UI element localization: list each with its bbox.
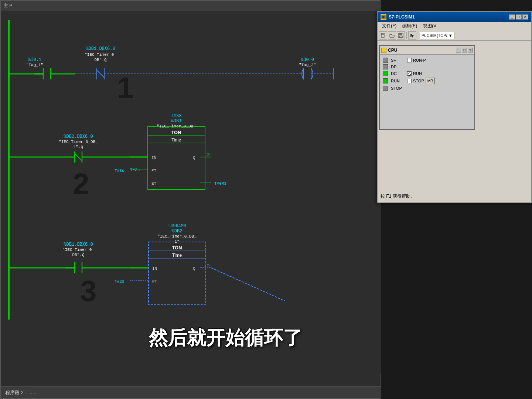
svg-text:%DB1.DBX6.0: %DB1.DBX6.0 [86, 46, 115, 51]
plcsim-restore-button[interactable]: □ [516, 14, 522, 20]
svg-line-27 [75, 153, 82, 161]
svg-text:DB".Q: DB".Q [94, 58, 106, 62]
led-sf-label: SF [391, 58, 404, 62]
svg-text:IN: IN [152, 266, 157, 271]
led-dp [383, 64, 388, 69]
led-stop-label: STOP [391, 86, 404, 91]
svg-text:PT: PT [152, 279, 157, 284]
svg-text:"IEC_Timer_0_DB_: "IEC_Timer_0_DB_ [59, 140, 98, 144]
bottom-bar-segment-label: 程序段 2： [5, 389, 28, 396]
svg-rect-82 [382, 16, 385, 18]
svg-text:"IEC_Timer_0_: "IEC_Timer_0_ [62, 248, 94, 252]
menu-view[interactable]: 视图(V [420, 23, 439, 29]
plcsim-minimize-button[interactable]: _ [509, 14, 515, 20]
led-run [383, 78, 388, 83]
svg-text:"Tag_1": "Tag_1" [26, 63, 43, 67]
led-stop [383, 86, 388, 91]
plcsim-close-button[interactable]: ✕ [522, 14, 528, 20]
svg-text:Q: Q [193, 156, 195, 160]
svg-text:IN: IN [151, 156, 156, 160]
plcsim-menubar: 文件(F) 编辑(E) 视图(V [378, 22, 531, 30]
toolbar-separator2 [418, 32, 418, 39]
checkbox-run-area: ✓ RUN [407, 71, 422, 76]
menu-file[interactable]: 文件(F) [379, 23, 399, 29]
svg-text:%DB1: %DB1 [171, 119, 182, 124]
cpu-titlebar: CPU _ □ S [380, 46, 474, 55]
svg-rect-83 [381, 33, 384, 37]
plcsim-icon [381, 14, 386, 20]
checkbox-run[interactable]: ✓ [407, 71, 412, 76]
menu-edit[interactable]: 编辑(E) [399, 23, 420, 29]
svg-text:T#2s: T#2s [115, 279, 124, 284]
svg-rect-87 [399, 36, 402, 37]
cpu-led-row-dp: DP [383, 64, 471, 69]
svg-line-11 [97, 70, 104, 78]
svg-rect-33 [148, 127, 205, 190]
svg-rect-86 [399, 33, 402, 35]
svg-text:%DB2.DBX6.0: %DB2.DBX6.0 [64, 134, 93, 139]
svg-text:"IEC_Timer_0_DB": "IEC_Timer_0_DB" [157, 124, 196, 129]
plcsim-titlebar: S7-PLCSIM1 _ □ ✕ [378, 12, 531, 22]
svg-rect-62 [149, 242, 206, 305]
svg-text:%I0.1: %I0.1 [28, 57, 41, 62]
toolbar-separator [406, 32, 407, 39]
cpu-panel: CPU _ □ S SF RUN-P DP [379, 45, 475, 130]
svg-text:Time: Time [172, 253, 182, 258]
cpu-title-left: CPU [381, 48, 397, 53]
cpu-led-row-run: RUN STOP MR [383, 78, 471, 84]
led-sf [383, 58, 388, 63]
cpu-panel-icon [381, 48, 386, 53]
plcsim-title: S7-PLCSIM1 [389, 14, 508, 20]
checkbox-stop-label: STOP [413, 79, 424, 83]
checkbox-runp[interactable] [407, 58, 412, 62]
checkbox-run-label: RUN [413, 71, 422, 76]
svg-marker-88 [410, 34, 414, 38]
led-dc-label: DC [391, 71, 404, 76]
svg-text:1: 1 [117, 71, 134, 104]
toolbar-cursor-button[interactable] [408, 31, 416, 40]
svg-line-75 [211, 268, 285, 301]
bottom-bar-dots: ...... [28, 390, 37, 395]
mre-button[interactable]: MR [426, 78, 435, 84]
svg-text:"IEC_Timer_0_DB_: "IEC_Timer_0_DB_ [157, 234, 197, 239]
cpu-title-label: CPU [388, 48, 397, 53]
svg-text:"IEC_Timer_0_: "IEC_Timer_0_ [85, 52, 116, 57]
checkbox-runp-label: RUN-P [413, 58, 426, 62]
cpu-led-row-stop: STOP [383, 86, 471, 91]
led-run-label: RUN [391, 79, 404, 83]
checkbox-runp-area: RUN-P [407, 58, 426, 62]
svg-text:2: 2 [73, 167, 89, 200]
toolbar-save-button[interactable] [397, 31, 405, 40]
svg-text:ET: ET [151, 181, 157, 186]
led-dp-label: DP [391, 65, 404, 69]
main-area: 主 P %I0.1 "Tag_1" %DB1.DBX6.0 [0, 0, 381, 399]
svg-text:1".Q: 1".Q [74, 145, 83, 149]
checkbox-stop[interactable] [407, 79, 412, 83]
cpu-maximize-button[interactable]: S [468, 48, 473, 52]
svg-text:PT: PT [151, 168, 157, 173]
svg-text:»: » [207, 262, 210, 268]
svg-text:T#0MS: T#0MS [214, 181, 226, 186]
led-dc [383, 71, 388, 76]
checkbox-stop-area: STOP MR [407, 78, 435, 84]
plcsim-panel: S7-PLCSIM1 _ □ ✕ 文件(F) 编辑(E) 视图(V PLCSIM… [377, 11, 532, 203]
svg-text:"Tag_2": "Tag_2" [299, 63, 316, 67]
svg-text:TON: TON [172, 245, 182, 250]
toolbar-new-button[interactable] [379, 31, 387, 40]
svg-text:1": 1" [174, 239, 179, 244]
svg-text:DB".Q: DB".Q [72, 253, 84, 257]
cpu-restore-button[interactable]: □ [462, 48, 467, 52]
svg-text:TON: TON [171, 130, 181, 135]
subtitle-text: 然后就开始循环了 [149, 325, 302, 351]
toolbar-connection-dropdown[interactable]: PLCSIM(TCP/ ▼ [420, 32, 454, 39]
cpu-minimize-button[interactable]: _ [456, 48, 461, 52]
svg-text:T#964MS: T#964MS [168, 224, 186, 229]
svg-text:T#3s: T#3s [115, 168, 124, 173]
svg-text:%DB1.DBX6.0: %DB1.DBX6.0 [64, 242, 93, 247]
bottom-bar: 程序段 2： ...... [1, 386, 381, 398]
toolbar-open-button[interactable] [388, 31, 396, 40]
ladder-svg: %I0.1 "Tag_1" %DB1.DBX6.0 "IEC_Timer_0_ … [1, 11, 381, 373]
plcsim-toolbar: PLCSIM(TCP/ ▼ [378, 30, 531, 41]
svg-text:%DB2: %DB2 [172, 229, 183, 234]
plcsim-help-text: 按 F1 获得帮助。 [381, 193, 415, 200]
